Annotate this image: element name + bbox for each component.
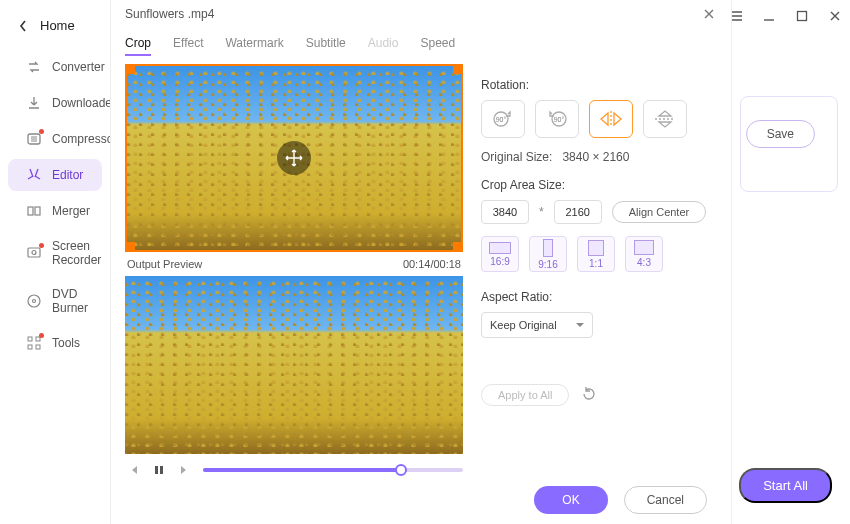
flip-vertical-button[interactable] bbox=[643, 100, 687, 138]
svg-point-6 bbox=[28, 295, 40, 307]
nav-label: Compressor bbox=[52, 132, 117, 146]
close-icon[interactable] bbox=[701, 6, 717, 22]
ratio-label: 9:16 bbox=[538, 259, 557, 270]
home-label: Home bbox=[40, 18, 75, 33]
nav-label: Merger bbox=[52, 204, 90, 218]
rotate-ccw-button[interactable]: 90° bbox=[535, 100, 579, 138]
crop-area-label: Crop Area Size: bbox=[481, 178, 717, 192]
crop-handle-tr[interactable] bbox=[453, 64, 463, 74]
back-icon bbox=[18, 19, 28, 33]
ratio-9-16-button[interactable]: 9:16 bbox=[529, 236, 567, 272]
tab-effect[interactable]: Effect bbox=[173, 36, 203, 56]
aspect-ratio-select[interactable]: Keep Original bbox=[481, 312, 593, 338]
apply-to-all-button[interactable]: Apply to All bbox=[481, 384, 569, 406]
svg-rect-11 bbox=[36, 345, 40, 349]
original-size-label: Original Size: bbox=[481, 150, 552, 164]
output-frame-image bbox=[125, 276, 463, 454]
bg-save-button[interactable]: Save bbox=[746, 120, 815, 148]
svg-rect-0 bbox=[797, 11, 806, 20]
rotation-label: Rotation: bbox=[481, 78, 717, 92]
ratio-label: 16:9 bbox=[490, 256, 509, 267]
nav-editor[interactable]: Editor bbox=[8, 159, 102, 191]
ratio-4-3-button[interactable]: 4:3 bbox=[625, 236, 663, 272]
ratio-label: 1:1 bbox=[589, 258, 603, 269]
screen-recorder-icon bbox=[26, 245, 42, 261]
pause-icon[interactable] bbox=[151, 462, 167, 478]
cancel-button[interactable]: Cancel bbox=[624, 486, 707, 514]
seek-track[interactable] bbox=[203, 468, 463, 472]
tab-audio[interactable]: Audio bbox=[368, 36, 399, 56]
svg-point-5 bbox=[32, 251, 36, 255]
output-preview-label: Output Preview bbox=[127, 258, 202, 270]
nav-tools[interactable]: Tools bbox=[8, 327, 102, 359]
reset-icon[interactable] bbox=[581, 386, 599, 404]
tab-speed[interactable]: Speed bbox=[420, 36, 455, 56]
downloader-icon bbox=[26, 95, 42, 111]
window-controls bbox=[728, 8, 842, 23]
minimize-icon[interactable] bbox=[761, 8, 776, 23]
nav-dvd-burner[interactable]: DVD Burner bbox=[8, 279, 102, 323]
output-preview bbox=[125, 276, 463, 454]
ok-button[interactable]: OK bbox=[534, 486, 607, 514]
original-size-value: 3840 × 2160 bbox=[562, 150, 629, 164]
crop-handle-tl[interactable] bbox=[125, 64, 135, 74]
rotate-cw-button[interactable]: 90° bbox=[481, 100, 525, 138]
align-center-button[interactable]: Align Center bbox=[612, 201, 707, 223]
svg-rect-2 bbox=[28, 207, 33, 215]
bg-start-all-button[interactable]: Start All bbox=[739, 468, 832, 503]
nav-compressor[interactable]: Compressor bbox=[8, 123, 102, 155]
crop-handle-bl[interactable] bbox=[125, 242, 135, 252]
crop-handle-br[interactable] bbox=[453, 242, 463, 252]
editor-tabs: Crop Effect Watermark Subtitle Audio Spe… bbox=[111, 22, 731, 64]
svg-rect-3 bbox=[35, 207, 40, 215]
times-symbol: * bbox=[539, 205, 544, 219]
tab-subtitle[interactable]: Subtitle bbox=[306, 36, 346, 56]
tools-icon bbox=[26, 335, 42, 351]
converter-icon bbox=[26, 59, 42, 75]
playback-controls bbox=[125, 462, 463, 478]
ratio-label: 4:3 bbox=[637, 257, 651, 268]
crop-width-input[interactable] bbox=[481, 200, 529, 224]
svg-rect-8 bbox=[28, 337, 32, 341]
tab-crop[interactable]: Crop bbox=[125, 36, 151, 56]
maximize-icon[interactable] bbox=[794, 8, 809, 23]
timecode: 00:14/00:18 bbox=[403, 258, 461, 270]
nav-downloader[interactable]: Downloader bbox=[8, 87, 102, 119]
ratio-16-9-button[interactable]: 16:9 bbox=[481, 236, 519, 272]
svg-rect-16 bbox=[155, 466, 158, 474]
file-title: Sunflowers .mp4 bbox=[125, 7, 214, 21]
sidebar: Home Converter Downloader Compressor bbox=[0, 0, 110, 524]
dialog-footer: OK Cancel bbox=[534, 486, 707, 514]
seek-fill bbox=[203, 468, 401, 472]
dvd-burner-icon bbox=[26, 293, 42, 309]
nav-label: Editor bbox=[52, 168, 83, 182]
svg-text:90°: 90° bbox=[496, 116, 507, 123]
home-back[interactable]: Home bbox=[0, 8, 110, 49]
seek-thumb[interactable] bbox=[395, 464, 407, 476]
next-frame-icon[interactable] bbox=[177, 462, 193, 478]
compressor-icon bbox=[26, 131, 42, 147]
crop-preview[interactable] bbox=[125, 64, 463, 252]
svg-text:90°: 90° bbox=[554, 116, 565, 123]
editor-icon bbox=[26, 167, 42, 183]
aspect-ratio-value: Keep Original bbox=[490, 319, 557, 331]
svg-point-7 bbox=[33, 300, 36, 303]
move-icon[interactable] bbox=[277, 141, 311, 175]
svg-rect-10 bbox=[28, 345, 32, 349]
svg-rect-4 bbox=[28, 248, 40, 257]
nav-label: Converter bbox=[52, 60, 105, 74]
ratio-1-1-button[interactable]: 1:1 bbox=[577, 236, 615, 272]
svg-rect-17 bbox=[160, 466, 163, 474]
preview-column: Output Preview 00:14/00:18 bbox=[125, 64, 463, 454]
aspect-ratio-label: Aspect Ratio: bbox=[481, 290, 717, 304]
tab-watermark[interactable]: Watermark bbox=[225, 36, 283, 56]
merger-icon bbox=[26, 203, 42, 219]
nav: Converter Downloader Compressor Editor bbox=[0, 49, 110, 361]
crop-height-input[interactable] bbox=[554, 200, 602, 224]
prev-frame-icon[interactable] bbox=[125, 462, 141, 478]
nav-merger[interactable]: Merger bbox=[8, 195, 102, 227]
window-close-icon[interactable] bbox=[827, 8, 842, 23]
flip-horizontal-button[interactable] bbox=[589, 100, 633, 138]
nav-converter[interactable]: Converter bbox=[8, 51, 102, 83]
nav-screen-recorder[interactable]: Screen Recorder bbox=[8, 231, 102, 275]
